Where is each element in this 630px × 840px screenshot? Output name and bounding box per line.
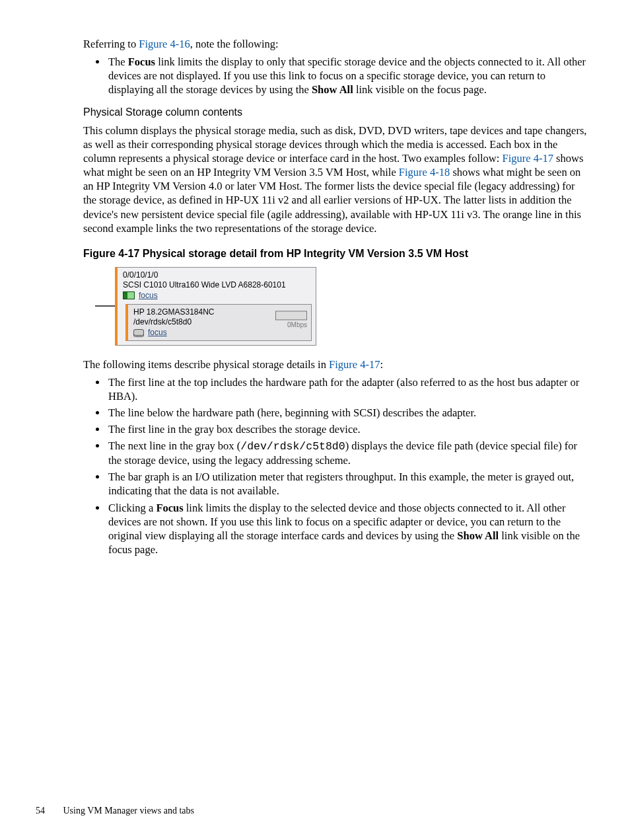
- show-all-bold: Show All: [457, 529, 499, 542]
- link-figure-4-17-b[interactable]: Figure 4-17: [329, 358, 380, 371]
- list-item: The line below the hardware path (here, …: [107, 406, 588, 420]
- list-item: The first line in the gray box describes…: [107, 422, 588, 436]
- adapter-body: 0/0/10/1/0 SCSI C1010 Ultra160 Wide LVD …: [118, 268, 316, 303]
- io-meter: 0Mbps: [275, 311, 307, 329]
- code-path: /dev/rdsk/c5t8d0: [240, 440, 345, 453]
- adapter-box: 0/0/10/1/0 SCSI C1010 Ultra160 Wide LVD …: [115, 267, 316, 345]
- text: The next line in the gray box (: [108, 439, 240, 452]
- meter-bar-icon: [275, 311, 307, 320]
- link-figure-4-16[interactable]: Figure 4-16: [139, 38, 190, 50]
- text: , note the following:: [190, 38, 279, 50]
- device-box: HP 18.2GMAS3184NC /dev/rdsk/c5t8d0 focus…: [125, 304, 312, 340]
- connector-line-icon: [95, 305, 115, 307]
- adapter-focus-link[interactable]: focus: [139, 291, 158, 300]
- list-item: The next line in the gray box (/dev/rdsk…: [107, 439, 588, 467]
- show-all-bold: Show All: [312, 83, 353, 96]
- list-item: Clicking a Focus link limits the display…: [107, 501, 588, 556]
- page-content: Referring to Figure 4-16, note the follo…: [0, 0, 630, 556]
- focus-bold: Focus: [128, 56, 155, 68]
- link-figure-4-18[interactable]: Figure 4-18: [399, 166, 450, 178]
- focus-bold: Focus: [156, 502, 183, 514]
- adapter-description: SCSI C1010 Ultra160 Wide LVD A6828-60101: [123, 280, 312, 289]
- list-item: The Focus link limits the display to onl…: [107, 55, 588, 96]
- disk-icon: [133, 329, 144, 336]
- text: Referring to: [83, 38, 139, 50]
- bullet-list-1: The Focus link limits the display to onl…: [83, 55, 588, 96]
- bullet-list-2: The first line at the top includes the h…: [83, 375, 588, 556]
- page-number: 54: [36, 806, 61, 816]
- text: link visible on the focus page.: [353, 83, 487, 96]
- list-item: The first line at the top includes the h…: [107, 375, 588, 403]
- paragraph-column-desc: This column displays the physical storag…: [83, 124, 588, 235]
- adapter-hardware-path: 0/0/10/1/0: [123, 270, 312, 280]
- link-figure-4-17[interactable]: Figure 4-17: [503, 152, 553, 165]
- footer-title: Using VM Manager views and tabs: [63, 806, 194, 816]
- text: The: [108, 56, 128, 68]
- figure-4-17: 0/0/10/1/0 SCSI C1010 Ultra160 Wide LVD …: [95, 267, 588, 345]
- adapter-card-icon: [123, 291, 135, 299]
- paragraph-intro: Referring to Figure 4-16, note the follo…: [83, 37, 588, 51]
- text: :: [380, 358, 384, 371]
- subhead-physical-storage: Physical Storage column contents: [83, 106, 588, 119]
- list-item: The bar graph is an I/O utilization mete…: [107, 470, 588, 498]
- text: Clicking a: [108, 502, 156, 514]
- figure-caption: Figure 4-17 Physical storage detail from…: [83, 247, 588, 260]
- adapter-focus-row: focus: [123, 289, 312, 300]
- page-footer: 54 Using VM Manager views and tabs: [36, 806, 194, 816]
- meter-label: 0Mbps: [287, 321, 307, 328]
- paragraph-fig-desc-intro: The following items describe physical st…: [83, 358, 588, 371]
- device-focus-link[interactable]: focus: [148, 328, 167, 337]
- text: The following items describe physical st…: [83, 358, 329, 371]
